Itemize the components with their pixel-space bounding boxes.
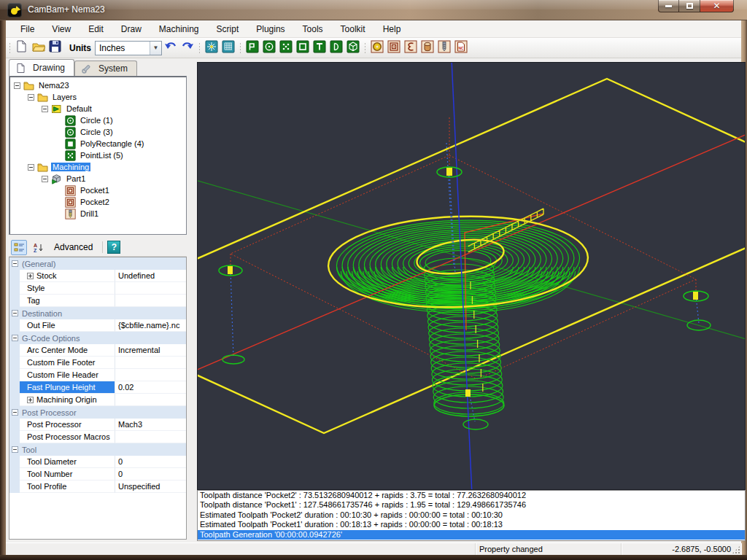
snap-button[interactable] [203,39,220,56]
property-row-tool-number[interactable]: Tool Number 0 [9,468,186,481]
property-row-tag[interactable]: Tag [9,295,186,307]
property-value[interactable]: 0 [115,456,186,468]
draw-text-button[interactable] [311,39,328,56]
property-name[interactable]: Arc Center Mode [20,344,115,357]
menu-item-draw[interactable]: Draw [114,22,149,36]
tree-item-circle-1[interactable]: Circle (1) [9,114,186,126]
property-category-g-code-options[interactable]: G-Code Options [9,332,186,344]
log-line[interactable]: Toolpath distance 'Pocket1' : 127.548661… [198,500,745,510]
category-collapse-icon[interactable] [12,260,18,267]
property-row-out-file[interactable]: Out File {$cbfile.name}.nc [9,319,186,332]
mop-gcode-button[interactable]: NC [452,39,469,56]
units-combobox[interactable]: Inches ▼ [95,41,162,55]
property-value[interactable] [115,357,186,369]
tree-item-pocket1[interactable]: Pocket1 [9,184,186,196]
tree-item-circle-3[interactable]: Circle (3) [9,126,186,138]
log-line[interactable]: Toolpath Generation '00:00:00.0942726' [198,530,745,540]
expand-icon[interactable] [27,273,34,279]
menu-item-file[interactable]: File [13,22,42,36]
menu-item-edit[interactable]: Edit [81,22,111,36]
property-category-tool[interactable]: Tool [9,443,186,456]
property-value[interactable]: Undefined [115,270,186,282]
menu-item-machining[interactable]: Machining [152,22,206,36]
tree-item-pointlist-5[interactable]: PointList (5) [9,149,186,161]
draw-arc-button[interactable] [328,39,344,56]
property-name[interactable]: Fast Plunge Height [20,381,115,394]
redo-button[interactable] [179,39,196,56]
property-row-custom-file-footer[interactable]: Custom File Footer [9,357,186,369]
draw-polyline-button[interactable] [244,39,260,56]
draw-points-button[interactable] [277,39,294,56]
property-name[interactable]: Tag [20,295,115,307]
new-file-button[interactable] [13,39,30,56]
tree-item-part1[interactable]: Part1 [9,173,186,184]
property-name[interactable]: Machining Origin [20,394,115,406]
property-value[interactable]: Incremental [115,344,186,357]
advanced-button[interactable]: Advanced [49,241,98,254]
property-row-tool-diameter[interactable]: Tool Diameter 0 [9,456,186,468]
tree-expander-icon[interactable] [14,82,20,89]
property-value[interactable]: Mach3 [115,419,186,431]
log-line[interactable]: Toolpath distance 'Pocket2' : 73.5132680… [198,491,745,500]
property-name[interactable]: Tool Diameter [20,456,115,468]
property-category-post-processor[interactable]: Post Processor [9,406,186,419]
property-name[interactable]: Post Processor [20,419,115,431]
close-button[interactable]: ✕ [700,0,734,12]
property-row-custom-file-header[interactable]: Custom File Header [9,369,186,381]
tree-expander-icon[interactable] [28,94,34,101]
property-name[interactable]: Post Processor Macros [20,431,115,443]
draw-circle-button[interactable] [260,39,277,56]
property-row-machining-origin[interactable]: Machining Origin [9,394,186,406]
categorized-view-button[interactable] [11,240,27,255]
tab-system[interactable]: System [74,61,137,76]
mop-profile-button[interactable] [368,39,385,56]
property-row-arc-center-mode[interactable]: Arc Center Mode Incremental [9,344,186,357]
property-name[interactable]: Style [20,282,115,295]
property-row-tool-profile[interactable]: Tool Profile Unspecified [9,481,186,493]
tree-item-polyrectangle-4[interactable]: PolyRectangle (4) [9,138,186,149]
mop-lathe-button[interactable] [419,39,436,56]
draw-rectangle-button[interactable] [294,39,311,56]
mop-engrave-button[interactable] [402,39,419,56]
property-value[interactable] [115,369,186,381]
property-value[interactable] [115,394,186,406]
property-value[interactable]: 0.02 [115,381,186,394]
help-button[interactable]: ? [107,241,120,254]
menu-item-view[interactable]: View [44,22,78,36]
menu-item-script[interactable]: Script [209,22,247,36]
property-name[interactable]: Custom File Footer [20,357,115,369]
log-line[interactable]: Estimated Toolpath 'Pocket1' duration : … [198,520,745,529]
property-row-style[interactable]: Style [9,282,186,295]
property-row-stock[interactable]: Stock Undefined [9,270,186,282]
menu-item-help[interactable]: Help [376,22,409,36]
property-row-fast-plunge-height[interactable]: Fast Plunge Height 0.02 [9,381,186,394]
open-file-button[interactable] [30,39,47,56]
property-name[interactable]: Out File [20,319,115,332]
category-collapse-icon[interactable] [12,335,18,341]
maximize-button[interactable] [679,0,700,12]
property-value[interactable]: {$cbfile.name}.nc [115,319,186,332]
titlebar[interactable]: CamBam+ Nema23 ✕ [0,0,747,20]
property-category-general[interactable]: (General) [9,257,186,270]
property-value[interactable]: Unspecified [115,481,186,493]
category-collapse-icon[interactable] [12,310,18,316]
draw-surface-button[interactable] [344,39,361,56]
tree-item-machining[interactable]: Machining [9,161,186,173]
property-value[interactable] [115,295,186,307]
log-line[interactable]: Estimated Toolpath 'Pocket2' duration : … [198,510,745,520]
expand-icon[interactable] [27,397,34,403]
tree-item-nema23[interactable]: Nema23 [9,79,186,91]
tree-expander-icon[interactable] [28,164,34,171]
property-value[interactable]: 0 [115,468,186,481]
category-collapse-icon[interactable] [12,409,18,416]
property-value[interactable] [115,431,186,443]
alphabetical-sort-button[interactable]: A Z [30,240,46,255]
property-value[interactable] [115,282,186,295]
tree-expander-icon[interactable] [42,106,48,112]
tree-item-pocket2[interactable]: Pocket2 [9,196,186,208]
tree-expander-icon[interactable] [42,176,48,182]
tab-drawing[interactable]: Drawing [9,59,74,76]
property-name[interactable]: Custom File Header [20,369,115,381]
undo-button[interactable] [162,39,179,56]
menu-item-toolkit[interactable]: Toolkit [333,22,373,36]
